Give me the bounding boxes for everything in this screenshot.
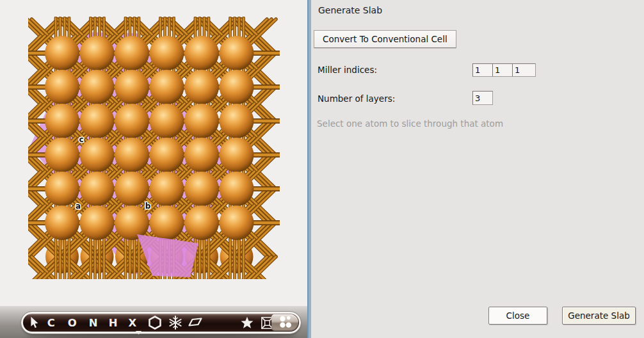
atom[interactable]: [220, 205, 254, 240]
convert-to-conventional-cell-button[interactable]: Convert To Conventional Cell: [314, 30, 456, 48]
tool-pill: CONHX: [21, 312, 301, 334]
atom[interactable]: [184, 104, 219, 138]
toolbar-strip: CONHX: [0, 306, 308, 338]
dropdown-arrow-icon[interactable]: [136, 325, 142, 332]
generate-slab-button[interactable]: Generate Slab: [562, 307, 636, 325]
structure-viewport[interactable]: cab: [0, 0, 308, 306]
freeze-tool[interactable]: [166, 314, 185, 332]
atom[interactable]: [45, 36, 79, 70]
axis-label-c: c: [79, 135, 83, 144]
atom[interactable]: [115, 36, 149, 70]
atom[interactable]: [115, 70, 149, 104]
atom[interactable]: [220, 70, 254, 104]
axis-label-b: b: [145, 202, 151, 211]
atom[interactable]: [184, 205, 219, 240]
slice-hint-text: Select one atom to slice through that at…: [317, 118, 503, 129]
nitrogen-tool-label: N: [89, 317, 98, 329]
atom[interactable]: [220, 104, 254, 138]
snowflake-icon: [168, 315, 183, 330]
close-button[interactable]: Close: [488, 307, 547, 325]
cursor-arrow-icon: [27, 316, 41, 330]
miller-k-input[interactable]: [492, 63, 513, 77]
atom[interactable]: [45, 138, 79, 172]
atom[interactable]: [80, 205, 115, 240]
atom[interactable]: [184, 70, 219, 104]
carbon-tool-label: C: [47, 317, 56, 329]
layers-input[interactable]: [472, 91, 493, 105]
atom[interactable]: [150, 70, 184, 104]
ring-tool[interactable]: [145, 314, 165, 332]
oxygen-tool[interactable]: O: [63, 314, 82, 332]
atom[interactable]: [184, 172, 219, 206]
miller-indices-inputs: [472, 63, 535, 77]
atoms-tool[interactable]: [271, 314, 298, 331]
plane-tool[interactable]: [186, 314, 205, 332]
atom[interactable]: [45, 104, 79, 138]
atom[interactable]: [115, 138, 149, 172]
atom[interactable]: [150, 104, 184, 138]
miller-l-input[interactable]: [512, 63, 536, 77]
atom[interactable]: [150, 205, 184, 240]
nitrogen-tool[interactable]: N: [84, 314, 103, 332]
toolbar-reflection: [26, 334, 297, 338]
atom[interactable]: [80, 138, 115, 172]
hexagon-icon: [147, 315, 163, 330]
atom[interactable]: [220, 36, 254, 70]
miller-h-input[interactable]: [472, 63, 493, 77]
atom[interactable]: [115, 205, 149, 240]
atom[interactable]: [150, 172, 184, 206]
pointer-tool[interactable]: [24, 314, 44, 332]
star-tool[interactable]: [237, 314, 257, 332]
atom[interactable]: [115, 172, 149, 206]
hydrogen-tool[interactable]: H: [104, 314, 123, 332]
atom[interactable]: [45, 205, 79, 240]
axis-label-a: a: [76, 202, 81, 211]
page-title: Generate Slab: [318, 5, 382, 15]
number-of-layers-label: Number of layers:: [318, 93, 395, 104]
atom[interactable]: [115, 104, 149, 138]
four-dots-icon: [277, 314, 293, 332]
atom[interactable]: [184, 36, 219, 70]
atom[interactable]: [80, 172, 115, 206]
generate-slab-panel: Generate Slab Convert To Conventional Ce…: [311, 0, 644, 338]
atom[interactable]: [45, 172, 79, 206]
atom[interactable]: [80, 36, 115, 70]
hydrogen-tool-label: H: [109, 317, 118, 329]
miller-indices-label: Miller indices:: [318, 65, 377, 75]
carbon-tool[interactable]: C: [42, 314, 61, 332]
atom[interactable]: [150, 36, 184, 70]
atom[interactable]: [150, 138, 184, 172]
atom[interactable]: [45, 70, 79, 104]
parallelogram-icon: [188, 315, 203, 330]
oxygen-tool-label: O: [68, 317, 77, 329]
atom[interactable]: [80, 104, 115, 138]
atom[interactable]: [220, 172, 254, 206]
atom[interactable]: [184, 138, 219, 172]
atom[interactable]: [80, 70, 115, 104]
star-icon: [239, 315, 255, 330]
crystal-structure[interactable]: cab: [0, 0, 308, 306]
atom[interactable]: [220, 138, 254, 172]
